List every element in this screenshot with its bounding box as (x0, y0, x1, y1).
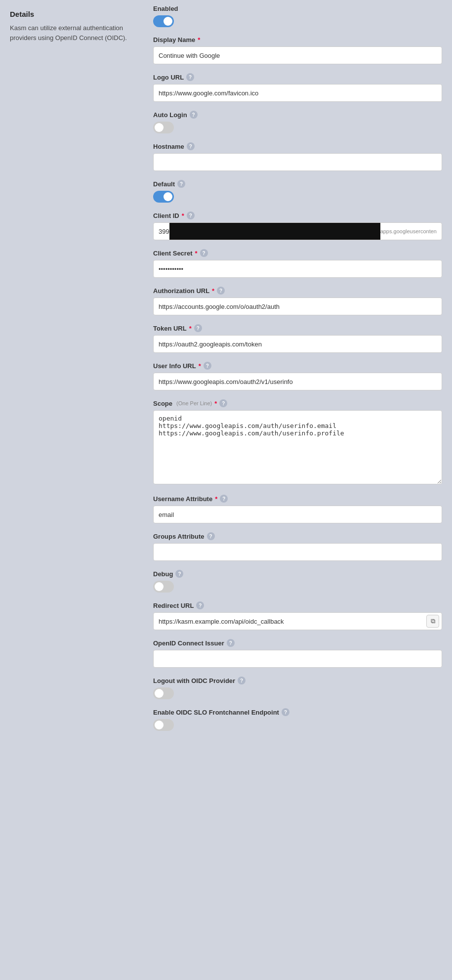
client-secret-label: Client Secret (153, 250, 192, 257)
client-id-suffix: apps.googleuserconten (380, 228, 442, 234)
client-secret-help-icon[interactable]: ? (200, 249, 208, 257)
logo-url-label: Logo URL (153, 74, 184, 81)
default-toggle[interactable] (153, 191, 174, 203)
scope-note: (One Per Line) (175, 400, 212, 406)
userinfo-url-help-icon[interactable]: ? (204, 362, 211, 370)
hostname-label: Hostname (153, 143, 184, 150)
logout-oidc-label: Logout with OIDC Provider (153, 677, 235, 684)
auto-login-label: Auto Login (153, 111, 187, 119)
token-url-required: * (189, 325, 192, 332)
client-secret-input[interactable] (153, 260, 442, 278)
hostname-help-icon[interactable]: ? (187, 142, 195, 150)
slo-endpoint-help-icon[interactable]: ? (282, 708, 289, 716)
token-url-label: Token URL (153, 325, 187, 332)
client-id-field: Client ID * ? 399 apps.googleuserconten (153, 212, 442, 240)
token-url-input[interactable] (153, 335, 442, 353)
openid-issuer-input[interactable] (153, 650, 442, 668)
debug-field: Debug ? (153, 570, 442, 593)
groups-attr-input[interactable] (153, 543, 442, 561)
userinfo-url-label: User Info URL (153, 362, 196, 370)
openid-issuer-label: OpenID Connect Issuer (153, 639, 224, 647)
auth-url-help-icon[interactable]: ? (217, 287, 225, 295)
username-attr-required: * (215, 495, 217, 503)
groups-attr-help-icon[interactable]: ? (207, 532, 215, 540)
openid-issuer-field: OpenID Connect Issuer ? (153, 639, 442, 668)
client-id-wrapper: 399 apps.googleuserconten (153, 222, 442, 240)
logout-oidc-slider (153, 687, 174, 699)
left-panel: Details Kasm can utilize external authen… (0, 0, 148, 980)
logo-url-help-icon[interactable]: ? (186, 73, 194, 81)
right-panel: Enabled Display Name * Logo URL ? (148, 0, 452, 980)
redirect-url-help-icon[interactable]: ? (196, 601, 204, 609)
logout-oidc-field: Logout with OIDC Provider ? (153, 677, 442, 699)
enabled-toggle[interactable] (153, 15, 174, 27)
logo-url-input[interactable] (153, 84, 442, 102)
userinfo-url-required: * (199, 362, 201, 370)
username-attr-field: Username Attribute * ? (153, 495, 442, 523)
scope-label: Scope (153, 400, 172, 407)
client-id-label: Client ID (153, 212, 179, 219)
slo-endpoint-toggle[interactable] (153, 719, 174, 731)
auth-url-field: Authorization URL * ? (153, 287, 442, 315)
default-help-icon[interactable]: ? (177, 180, 185, 188)
auto-login-toggle[interactable] (153, 122, 174, 133)
username-attr-help-icon[interactable]: ? (220, 495, 228, 503)
default-field: Default ? (153, 180, 442, 203)
auth-url-input[interactable] (153, 298, 442, 315)
openid-issuer-help-icon[interactable]: ? (227, 639, 235, 647)
section-title: Details (10, 10, 138, 18)
default-slider (153, 191, 174, 203)
auth-url-required: * (212, 287, 214, 295)
redirect-url-copy-button[interactable]: ⧉ (426, 615, 439, 628)
debug-slider (153, 581, 174, 593)
token-url-field: Token URL * ? (153, 324, 442, 353)
enabled-slider (153, 15, 174, 27)
slo-endpoint-label: Enable OIDC SLO Frontchannel Endpoint (153, 709, 279, 716)
redirect-url-label: Redirect URL (153, 602, 194, 609)
debug-help-icon[interactable]: ? (175, 570, 183, 578)
auto-login-slider (153, 122, 174, 133)
auto-login-help-icon[interactable]: ? (190, 111, 198, 119)
slo-endpoint-field: Enable OIDC SLO Frontchannel Endpoint ? (153, 708, 442, 731)
client-secret-required: * (195, 250, 197, 257)
groups-attr-label: Groups Attribute (153, 533, 205, 540)
hostname-field: Hostname ? (153, 142, 442, 171)
client-id-help-icon[interactable]: ? (187, 212, 195, 219)
display-name-field: Display Name * (153, 36, 442, 64)
scope-field: Scope (One Per Line) * ? openid https://… (153, 399, 442, 486)
debug-label: Debug (153, 570, 173, 578)
display-name-label: Display Name (153, 36, 195, 43)
client-id-masked (169, 223, 380, 240)
scope-required: * (214, 400, 217, 407)
scope-textarea[interactable]: openid https://www.googleapis.com/auth/u… (153, 410, 442, 484)
username-attr-input[interactable] (153, 506, 442, 523)
enabled-label: Enabled (153, 5, 178, 12)
redirect-url-wrapper: ⧉ (153, 612, 442, 630)
display-name-input[interactable] (153, 46, 442, 64)
client-id-prefix: 399 (154, 228, 169, 235)
enabled-field: Enabled (153, 5, 442, 27)
scope-help-icon[interactable]: ? (219, 399, 227, 407)
token-url-help-icon[interactable]: ? (194, 324, 202, 332)
auth-url-label: Authorization URL (153, 287, 209, 295)
logo-url-field: Logo URL ? (153, 73, 442, 102)
hostname-input[interactable] (153, 153, 442, 171)
section-description: Kasm can utilize external authentication… (10, 23, 138, 43)
userinfo-url-input[interactable] (153, 373, 442, 390)
slo-endpoint-slider (153, 719, 174, 731)
logout-oidc-help-icon[interactable]: ? (238, 677, 246, 684)
auto-login-field: Auto Login ? (153, 111, 442, 133)
logout-oidc-toggle[interactable] (153, 687, 174, 699)
username-attr-label: Username Attribute (153, 495, 212, 503)
userinfo-url-field: User Info URL * ? (153, 362, 442, 390)
groups-attr-field: Groups Attribute ? (153, 532, 442, 561)
client-id-required: * (182, 212, 184, 219)
redirect-url-input[interactable] (153, 612, 442, 630)
client-secret-field: Client Secret * ? (153, 249, 442, 278)
debug-toggle[interactable] (153, 581, 174, 593)
display-name-required: * (198, 36, 200, 43)
default-label: Default (153, 180, 175, 188)
redirect-url-field: Redirect URL ? ⧉ (153, 601, 442, 630)
